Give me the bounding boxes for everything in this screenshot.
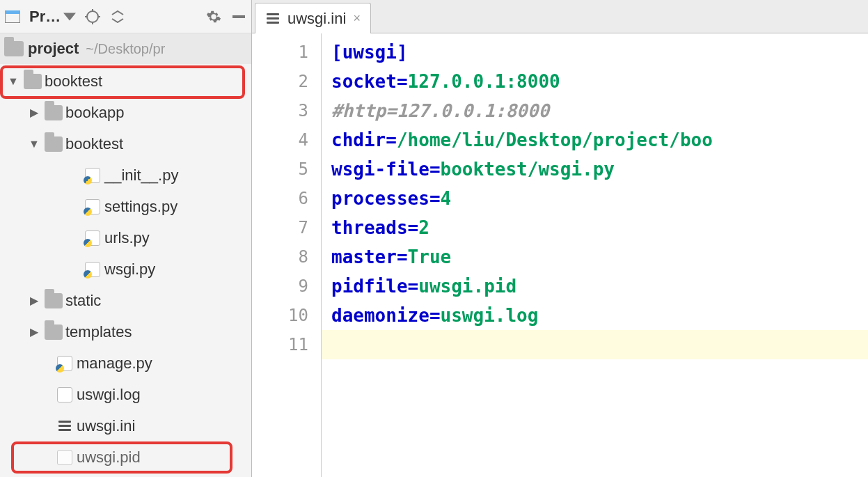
code-editor[interactable]: [uwsgi] socket=127.0.0.1:8000 #http=127.… (322, 33, 868, 477)
python-file-icon (84, 168, 102, 183)
tree-label: uwsgi.ini (77, 417, 135, 435)
code-line: [uwsgi] (322, 38, 868, 67)
close-icon[interactable]: × (353, 11, 361, 26)
file-icon (56, 387, 74, 402)
editor-body: 1 2 3 4 5 6 7 8 9 10 11 [uwsgi] socket=1… (252, 33, 868, 477)
tree-file-init[interactable]: __init__.py (0, 159, 251, 191)
ini-key: socket (331, 71, 397, 92)
svg-rect-7 (232, 15, 245, 18)
line-number-gutter: 1 2 3 4 5 6 7 8 9 10 11 (252, 33, 322, 477)
gear-icon[interactable] (205, 8, 222, 25)
ini-key: master (331, 247, 397, 267)
python-file-icon (84, 199, 102, 214)
file-icon (56, 450, 74, 465)
tree-folder-booktest[interactable]: ▼ booktest (0, 65, 251, 97)
line-number: 3 (252, 96, 321, 125)
chevron-down-icon[interactable]: ▼ (28, 138, 40, 150)
line-number: 2 (252, 67, 321, 96)
python-file-icon (84, 262, 102, 277)
sidebar-toolbar: Pr… (0, 0, 251, 33)
chevron-down-icon[interactable]: ▼ (7, 75, 19, 88)
tree-folder-booktest-inner[interactable]: ▼ booktest (0, 128, 251, 159)
ini-key: processes (331, 188, 429, 209)
tree-file-wsgi[interactable]: wsgi.py (0, 253, 251, 285)
tree-file-uswgi-log[interactable]: uswgi.log (0, 379, 251, 410)
code-line: processes=4 (322, 184, 868, 213)
line-number: 1 (252, 38, 321, 67)
project-view-icon[interactable] (4, 8, 21, 25)
code-line: chdir=/home/liu/Desktop/project/boo (322, 125, 868, 155)
folder-icon (45, 105, 63, 120)
ini-value: 127.0.0.1:8000 (408, 71, 560, 92)
tree-label: booktest (65, 135, 123, 153)
tree-folder-bookapp[interactable]: ▶ bookapp (0, 97, 251, 128)
python-file-icon (56, 356, 74, 371)
code-line: threads=2 (322, 213, 868, 242)
tree-file-manage[interactable]: manage.py (0, 347, 251, 379)
project-tree: ▼ booktest ▶ bookapp ▼ booktest __init__… (0, 64, 251, 477)
tree-label: uswgi.log (77, 386, 141, 404)
tree-label: wsgi.py (104, 260, 155, 279)
project-root-path: ~/Desktop/pr (86, 41, 165, 57)
svg-point-2 (87, 11, 98, 22)
project-root-label: project (28, 40, 79, 58)
project-sidebar: Pr… project ~/Desktop/pr ▼ booktest ▶ (0, 0, 252, 477)
folder-icon (45, 293, 63, 308)
ini-key: chdir (331, 130, 386, 150)
tree-folder-static[interactable]: ▶ static (0, 285, 251, 316)
svg-rect-1 (5, 10, 20, 14)
tree-label: uwsgi.pid (77, 448, 141, 467)
ini-value: /home/liu/Desktop/project/boo (397, 130, 713, 150)
ini-value: True (408, 247, 452, 267)
ini-key: daemonize (331, 305, 429, 326)
tree-label: bookapp (65, 104, 124, 122)
line-number: 4 (252, 125, 321, 155)
line-number: 5 (252, 155, 321, 184)
tree-file-urls[interactable]: urls.py (0, 222, 251, 253)
ini-section: [uwsgi] (331, 42, 408, 63)
line-number: 9 (252, 272, 321, 301)
tree-file-uwsgi-pid[interactable]: uwsgi.pid (0, 441, 251, 473)
collapse-icon[interactable] (109, 8, 126, 25)
tree-label: settings.py (104, 198, 177, 216)
editor-area: uwsgi.ini × 1 2 3 4 5 6 7 8 9 10 11 [uws… (252, 0, 868, 477)
tree-label: templates (65, 323, 132, 341)
tree-file-settings[interactable]: settings.py (0, 191, 251, 222)
code-line-current (322, 330, 868, 359)
ini-value: booktest/wsgi.py (441, 159, 615, 180)
line-number: 8 (252, 242, 321, 272)
code-line: master=True (322, 242, 868, 272)
ini-value: 4 (441, 188, 452, 209)
line-number: 10 (252, 301, 321, 330)
project-panel-label[interactable]: Pr… (29, 8, 76, 26)
ini-value: uswgi.log (441, 305, 539, 326)
code-line: daemonize=uswgi.log (322, 301, 868, 330)
minimize-icon[interactable] (230, 8, 247, 25)
chevron-right-icon[interactable]: ▶ (28, 294, 40, 307)
tab-label: uwsgi.ini (287, 10, 346, 28)
ini-value: uwsgi.pid (418, 276, 516, 297)
chevron-right-icon[interactable]: ▶ (28, 106, 40, 119)
ini-comment: #http=127.0.0.1:8000 (331, 100, 549, 121)
folder-icon (45, 324, 63, 340)
tab-uwsgi-ini[interactable]: uwsgi.ini × (255, 3, 371, 33)
tree-folder-templates[interactable]: ▶ templates (0, 316, 251, 347)
tree-label: manage.py (77, 354, 152, 373)
tree-file-uwsgi-ini[interactable]: uwsgi.ini (0, 410, 251, 441)
tree-label: urls.py (104, 229, 150, 247)
locate-icon[interactable] (84, 8, 101, 25)
ini-file-icon (265, 11, 281, 26)
project-root-row[interactable]: project ~/Desktop/pr (0, 33, 251, 64)
editor-tabbar: uwsgi.ini × (252, 0, 868, 33)
line-number: 6 (252, 184, 321, 213)
project-panel-label-text: Pr… (29, 8, 61, 26)
line-number: 11 (252, 330, 321, 359)
ini-key: pidfile (331, 276, 408, 297)
chevron-right-icon[interactable]: ▶ (28, 325, 40, 338)
code-line: socket=127.0.0.1:8000 (322, 67, 868, 96)
line-number: 7 (252, 213, 321, 242)
code-line: #http=127.0.0.1:8000 (322, 96, 868, 125)
code-line: wsgi-file=booktest/wsgi.py (322, 155, 868, 184)
ini-key: threads (331, 217, 408, 238)
ini-key: wsgi-file (331, 159, 429, 180)
